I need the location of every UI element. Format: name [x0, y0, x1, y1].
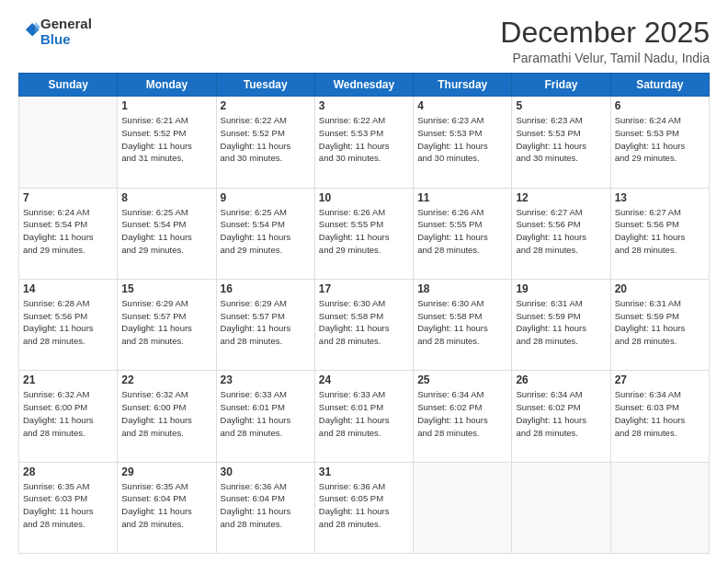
calendar-week-row: 28Sunrise: 6:35 AMSunset: 6:03 PMDayligh…	[19, 462, 710, 553]
month-title: December 2025	[500, 17, 710, 49]
day-number: 24	[319, 373, 409, 386]
day-number: 13	[615, 191, 705, 204]
day-number: 25	[417, 373, 507, 386]
calendar-cell: 6Sunrise: 6:24 AMSunset: 5:53 PMDaylight…	[610, 97, 709, 188]
day-number: 26	[516, 373, 606, 386]
day-info: Sunrise: 6:27 AMSunset: 5:56 PMDaylight:…	[516, 206, 606, 257]
day-info: Sunrise: 6:27 AMSunset: 5:56 PMDaylight:…	[615, 206, 705, 257]
day-number: 10	[319, 191, 409, 204]
day-number: 11	[417, 191, 507, 204]
calendar-cell: 7Sunrise: 6:24 AMSunset: 5:54 PMDaylight…	[19, 188, 118, 279]
calendar-cell: 26Sunrise: 6:34 AMSunset: 6:02 PMDayligh…	[512, 371, 610, 462]
calendar-cell: 11Sunrise: 6:26 AMSunset: 5:55 PMDayligh…	[414, 188, 512, 279]
day-info: Sunrise: 6:35 AMSunset: 6:03 PMDaylight:…	[23, 480, 113, 531]
page: General Blue December 2025 Paramathi Vel…	[0, 0, 728, 563]
calendar-cell: 14Sunrise: 6:28 AMSunset: 5:56 PMDayligh…	[19, 279, 118, 370]
calendar-cell: 18Sunrise: 6:30 AMSunset: 5:58 PMDayligh…	[414, 279, 512, 370]
day-info: Sunrise: 6:34 AMSunset: 6:03 PMDaylight:…	[615, 388, 705, 439]
day-number: 21	[23, 373, 113, 386]
day-number: 1	[121, 99, 211, 112]
calendar-cell: 5Sunrise: 6:23 AMSunset: 5:53 PMDaylight…	[512, 97, 610, 188]
calendar-cell: 20Sunrise: 6:31 AMSunset: 5:59 PMDayligh…	[610, 279, 709, 370]
day-number: 18	[417, 282, 507, 295]
day-number: 5	[516, 99, 606, 112]
day-info: Sunrise: 6:35 AMSunset: 6:04 PMDaylight:…	[121, 480, 211, 531]
day-number: 7	[23, 191, 113, 204]
day-info: Sunrise: 6:31 AMSunset: 5:59 PMDaylight:…	[516, 297, 606, 348]
day-info: Sunrise: 6:36 AMSunset: 6:05 PMDaylight:…	[319, 480, 409, 531]
calendar-cell: 9Sunrise: 6:25 AMSunset: 5:54 PMDaylight…	[216, 188, 314, 279]
calendar-cell: 3Sunrise: 6:22 AMSunset: 5:53 PMDaylight…	[314, 97, 413, 188]
logo-text: General Blue	[40, 17, 92, 47]
logo-icon	[20, 20, 40, 40]
day-number: 19	[516, 282, 606, 295]
calendar-cell: 15Sunrise: 6:29 AMSunset: 5:57 PMDayligh…	[118, 279, 216, 370]
calendar-cell: 27Sunrise: 6:34 AMSunset: 6:03 PMDayligh…	[610, 371, 709, 462]
day-info: Sunrise: 6:29 AMSunset: 5:57 PMDaylight:…	[221, 297, 311, 348]
calendar-cell	[414, 462, 512, 553]
day-info: Sunrise: 6:22 AMSunset: 5:53 PMDaylight:…	[319, 114, 409, 165]
day-info: Sunrise: 6:23 AMSunset: 5:53 PMDaylight:…	[417, 114, 507, 165]
day-number: 3	[319, 99, 409, 112]
calendar-cell: 12Sunrise: 6:27 AMSunset: 5:56 PMDayligh…	[512, 188, 610, 279]
day-info: Sunrise: 6:21 AMSunset: 5:52 PMDaylight:…	[121, 114, 211, 165]
day-number: 15	[121, 282, 211, 295]
calendar-cell	[512, 462, 610, 553]
day-info: Sunrise: 6:24 AMSunset: 5:53 PMDaylight:…	[615, 114, 705, 165]
day-number: 23	[221, 373, 311, 386]
calendar-cell: 8Sunrise: 6:25 AMSunset: 5:54 PMDaylight…	[118, 188, 216, 279]
day-info: Sunrise: 6:24 AMSunset: 5:54 PMDaylight:…	[23, 206, 113, 257]
calendar-cell: 22Sunrise: 6:32 AMSunset: 6:00 PMDayligh…	[118, 371, 216, 462]
day-info: Sunrise: 6:33 AMSunset: 6:01 PMDaylight:…	[221, 388, 311, 439]
weekday-header-cell: Friday	[512, 74, 610, 97]
logo-blue: Blue	[40, 31, 71, 47]
day-info: Sunrise: 6:22 AMSunset: 5:52 PMDaylight:…	[221, 114, 311, 165]
weekday-header-cell: Sunday	[19, 74, 118, 97]
day-number: 4	[417, 99, 507, 112]
day-info: Sunrise: 6:32 AMSunset: 6:00 PMDaylight:…	[23, 388, 113, 439]
calendar-cell: 28Sunrise: 6:35 AMSunset: 6:03 PMDayligh…	[19, 462, 118, 553]
day-info: Sunrise: 6:26 AMSunset: 5:55 PMDaylight:…	[417, 206, 507, 257]
day-info: Sunrise: 6:23 AMSunset: 5:53 PMDaylight:…	[516, 114, 606, 165]
day-number: 28	[23, 465, 113, 478]
calendar-cell: 2Sunrise: 6:22 AMSunset: 5:52 PMDaylight…	[216, 97, 314, 188]
day-info: Sunrise: 6:36 AMSunset: 6:04 PMDaylight:…	[221, 480, 311, 531]
day-info: Sunrise: 6:28 AMSunset: 5:56 PMDaylight:…	[23, 297, 113, 348]
weekday-header-cell: Monday	[118, 74, 216, 97]
day-info: Sunrise: 6:26 AMSunset: 5:55 PMDaylight:…	[319, 206, 409, 257]
calendar-cell: 25Sunrise: 6:34 AMSunset: 6:02 PMDayligh…	[414, 371, 512, 462]
day-info: Sunrise: 6:34 AMSunset: 6:02 PMDaylight:…	[417, 388, 507, 439]
day-number: 9	[221, 191, 311, 204]
logo-general: General	[40, 16, 92, 31]
calendar-cell: 31Sunrise: 6:36 AMSunset: 6:05 PMDayligh…	[314, 462, 413, 553]
day-number: 12	[516, 191, 606, 204]
calendar-cell: 10Sunrise: 6:26 AMSunset: 5:55 PMDayligh…	[314, 188, 413, 279]
day-number: 16	[221, 282, 311, 295]
day-number: 2	[221, 99, 311, 112]
calendar-cell	[610, 462, 709, 553]
calendar-cell: 30Sunrise: 6:36 AMSunset: 6:04 PMDayligh…	[216, 462, 314, 553]
calendar-table: SundayMondayTuesdayWednesdayThursdayFrid…	[18, 73, 710, 554]
day-info: Sunrise: 6:30 AMSunset: 5:58 PMDaylight:…	[417, 297, 507, 348]
weekday-header-cell: Saturday	[610, 74, 709, 97]
day-info: Sunrise: 6:31 AMSunset: 5:59 PMDaylight:…	[615, 297, 705, 348]
header: General Blue December 2025 Paramathi Vel…	[18, 17, 710, 65]
weekday-header-cell: Wednesday	[314, 74, 413, 97]
day-number: 6	[615, 99, 705, 112]
calendar-week-row: 1Sunrise: 6:21 AMSunset: 5:52 PMDaylight…	[19, 97, 710, 188]
calendar-cell: 1Sunrise: 6:21 AMSunset: 5:52 PMDaylight…	[118, 97, 216, 188]
calendar-cell	[19, 97, 118, 188]
day-info: Sunrise: 6:25 AMSunset: 5:54 PMDaylight:…	[121, 206, 211, 257]
weekday-header-row: SundayMondayTuesdayWednesdayThursdayFrid…	[19, 74, 710, 97]
calendar-cell: 29Sunrise: 6:35 AMSunset: 6:04 PMDayligh…	[118, 462, 216, 553]
day-number: 22	[121, 373, 211, 386]
calendar-week-row: 7Sunrise: 6:24 AMSunset: 5:54 PMDaylight…	[19, 188, 710, 279]
calendar-cell: 13Sunrise: 6:27 AMSunset: 5:56 PMDayligh…	[610, 188, 709, 279]
day-info: Sunrise: 6:34 AMSunset: 6:02 PMDaylight:…	[516, 388, 606, 439]
calendar-week-row: 21Sunrise: 6:32 AMSunset: 6:00 PMDayligh…	[19, 371, 710, 462]
day-number: 27	[615, 373, 705, 386]
calendar-cell: 17Sunrise: 6:30 AMSunset: 5:58 PMDayligh…	[314, 279, 413, 370]
weekday-header-cell: Thursday	[414, 74, 512, 97]
calendar-week-row: 14Sunrise: 6:28 AMSunset: 5:56 PMDayligh…	[19, 279, 710, 370]
day-number: 17	[319, 282, 409, 295]
